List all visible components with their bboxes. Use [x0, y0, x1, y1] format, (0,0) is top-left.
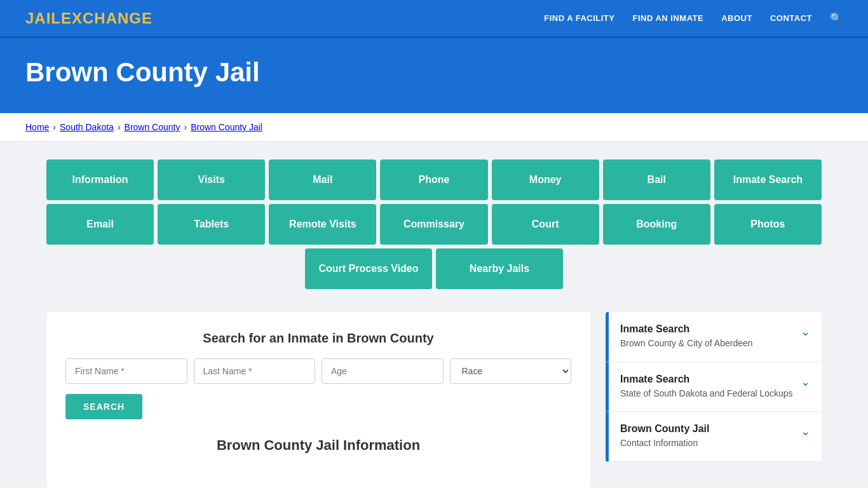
- btn-booking[interactable]: Booking: [603, 204, 710, 245]
- breadcrumb-brown-county[interactable]: Brown County: [125, 122, 180, 132]
- sidebar-card-inmate-search-brown[interactable]: Inmate Search Brown County & City of Abe…: [606, 312, 822, 362]
- nav-about[interactable]: ABOUT: [721, 13, 752, 23]
- logo-exchange: EXCHANGE: [61, 10, 153, 27]
- site-logo[interactable]: JAILEXCHANGE: [25, 10, 153, 27]
- button-grid-section: Information Visits Mail Phone Money Bail…: [46, 142, 822, 306]
- nav-contact[interactable]: CONTACT: [770, 13, 812, 23]
- search-button[interactable]: SEARCH: [65, 394, 142, 419]
- btn-court[interactable]: Court: [492, 204, 599, 245]
- breadcrumb-sep-2: ›: [118, 122, 121, 132]
- lower-section: Search for an Inmate in Brown County Rac…: [46, 312, 822, 488]
- sidebar-card-2-title: Inmate Search: [620, 374, 793, 385]
- btn-inmate-search[interactable]: Inmate Search: [714, 159, 822, 200]
- search-inputs: Race: [65, 358, 571, 384]
- btn-tablets[interactable]: Tablets: [158, 204, 265, 245]
- sidebar-card-contact-info[interactable]: Brown County Jail Contact Information ⌄: [606, 412, 822, 462]
- btn-bail[interactable]: Bail: [603, 159, 710, 200]
- main-nav: FIND A FACILITY FIND AN INMATE ABOUT CON…: [544, 12, 843, 24]
- breadcrumb-brown-county-jail[interactable]: Brown County Jail: [191, 122, 262, 132]
- btn-information[interactable]: Information: [46, 159, 154, 200]
- breadcrumb: Home › South Dakota › Brown County › Bro…: [0, 113, 868, 142]
- sidebar-card-3-subtitle: Contact Information: [620, 437, 709, 450]
- btn-nearby-jails[interactable]: Nearby Jails: [436, 248, 563, 289]
- button-grid-row1: Information Visits Mail Phone Money Bail…: [46, 159, 822, 200]
- last-name-input[interactable]: [194, 358, 316, 384]
- race-select[interactable]: Race: [450, 358, 572, 384]
- btn-phone[interactable]: Phone: [380, 159, 487, 200]
- breadcrumb-sep-3: ›: [184, 122, 187, 132]
- chevron-down-icon-1: ⌄: [801, 325, 810, 339]
- age-input[interactable]: [322, 358, 444, 384]
- btn-money[interactable]: Money: [492, 159, 599, 200]
- main-header: JAILEXCHANGE FIND A FACILITY FIND AN INM…: [0, 0, 868, 38]
- button-grid-row2: Email Tablets Remote Visits Commissary C…: [46, 204, 822, 245]
- search-heading: Search for an Inmate in Brown County: [65, 331, 571, 346]
- hero-section: Brown County Jail: [0, 38, 868, 113]
- btn-mail[interactable]: Mail: [269, 159, 376, 200]
- nav-find-inmate[interactable]: FIND AN INMATE: [632, 13, 703, 23]
- sidebar-card-1-subtitle: Brown County & City of Aberdeen: [620, 337, 753, 350]
- breadcrumb-sep-1: ›: [53, 122, 56, 132]
- btn-photos[interactable]: Photos: [714, 204, 822, 245]
- chevron-down-icon-2: ⌄: [801, 375, 810, 389]
- search-icon[interactable]: 🔍: [830, 12, 843, 24]
- sidebar-card-1-title: Inmate Search: [620, 323, 753, 335]
- btn-email[interactable]: Email: [46, 204, 154, 245]
- search-panel: Search for an Inmate in Brown County Rac…: [46, 312, 590, 488]
- breadcrumb-home[interactable]: Home: [25, 122, 49, 132]
- sidebar-card-2-subtitle: State of South Dakota and Federal Lockup…: [620, 388, 793, 400]
- logo-jail: JAIL: [25, 10, 61, 27]
- jail-info-heading: Brown County Jail Information: [65, 437, 571, 456]
- sidebar-card-3-title: Brown County Jail: [620, 423, 709, 435]
- btn-remote-visits[interactable]: Remote Visits: [269, 204, 376, 245]
- sidebar-card-inmate-search-state[interactable]: Inmate Search State of South Dakota and …: [606, 362, 822, 412]
- btn-court-process-video[interactable]: Court Process Video: [305, 248, 432, 289]
- breadcrumb-south-dakota[interactable]: South Dakota: [60, 122, 114, 132]
- page-title: Brown County Jail: [25, 57, 843, 88]
- nav-find-facility[interactable]: FIND A FACILITY: [544, 13, 614, 23]
- button-grid-row3: Court Process Video Nearby Jails: [46, 248, 822, 289]
- chevron-down-icon-3: ⌄: [801, 424, 810, 438]
- first-name-input[interactable]: [65, 358, 187, 384]
- sidebar: Inmate Search Brown County & City of Abe…: [606, 312, 822, 488]
- btn-commissary[interactable]: Commissary: [380, 204, 487, 245]
- btn-visits[interactable]: Visits: [158, 159, 265, 200]
